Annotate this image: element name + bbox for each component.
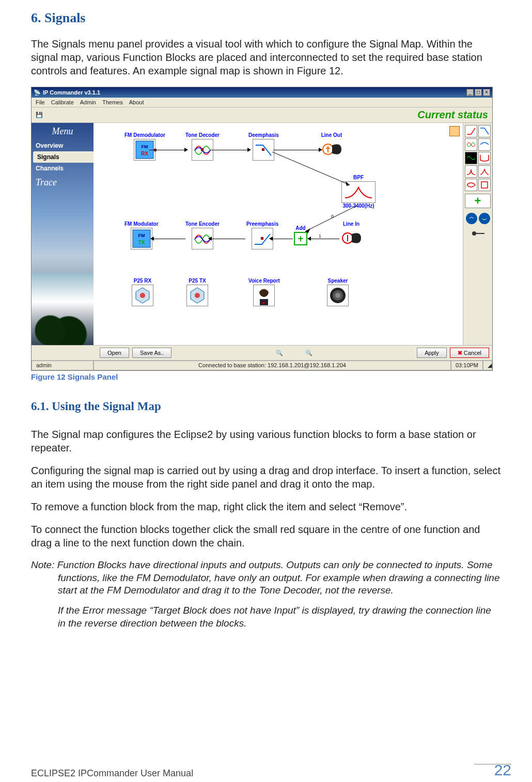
- block-voice-report[interactable]: Voice Report: [248, 278, 280, 306]
- status-user: admin: [32, 361, 93, 370]
- sidebar-trace[interactable]: Trace: [32, 174, 93, 191]
- sidebar-item-overview[interactable]: Overview: [32, 140, 93, 151]
- menu-admin[interactable]: Admin: [80, 99, 96, 105]
- label-add: Add: [294, 225, 307, 231]
- block-tone-encoder[interactable]: Tone Encoder: [185, 221, 220, 249]
- svg-rect-20: [481, 182, 488, 188]
- svg-text:RX: RX: [141, 151, 148, 157]
- block-fm-modulator[interactable]: FM Modulator FMTX: [124, 221, 159, 249]
- sidebar-item-signals[interactable]: Signals: [33, 151, 93, 163]
- window-title: IP Commander v3.1.1: [43, 89, 100, 96]
- palette-item-mic[interactable]: [465, 228, 491, 239]
- save-as-button[interactable]: Save As..: [132, 348, 171, 358]
- toolbar-icon[interactable]: 💾: [36, 112, 43, 118]
- note-paragraph: If the Error message “Target Block does …: [31, 604, 501, 630]
- palette-item[interactable]: [478, 179, 491, 191]
- arrowhead-icon: [208, 237, 212, 241]
- block-tone-decoder[interactable]: Tone Decoder: [185, 132, 220, 161]
- connection-arrow: [153, 239, 185, 239]
- palette-item[interactable]: [478, 152, 491, 164]
- sidebar-heading: Menu: [32, 123, 93, 140]
- menu-themes[interactable]: Themes: [102, 99, 123, 105]
- maximize-button[interactable]: □: [475, 89, 482, 96]
- block-line-in[interactable]: Line In: [340, 221, 362, 249]
- block-fm-demodulator[interactable]: FM Demodulator FMRX: [124, 132, 165, 161]
- signal-canvas[interactable]: FM Demodulator FMRX Tone Decoder Deempha…: [93, 123, 463, 345]
- canvas-settings-icon[interactable]: [449, 126, 460, 136]
- status-time: 03:10PM: [451, 361, 483, 370]
- svg-point-19: [335, 293, 340, 298]
- note-paragraph: Note: Function Blocks have directional i…: [31, 559, 501, 597]
- page-number: 22: [494, 761, 511, 779]
- block-p25-rx[interactable]: P25 RX: [132, 278, 153, 306]
- block-p25-tx[interactable]: P25 TX: [186, 278, 208, 306]
- paragraph: Configuring the signal map is carried ou…: [31, 464, 501, 491]
- sidebar: Menu Overview Signals Channels Trace: [32, 123, 93, 345]
- label-tone-dec: Tone Decoder: [185, 132, 220, 138]
- svg-rect-21: [472, 231, 476, 236]
- label-preemph: Preemphasis: [246, 221, 278, 227]
- label-tone-enc: Tone Encoder: [185, 221, 220, 227]
- palette-item[interactable]: [479, 213, 490, 224]
- connection-arrow: [272, 152, 360, 188]
- palette-item[interactable]: [478, 125, 491, 137]
- zoom-out-icon[interactable]: 🔍: [276, 350, 283, 356]
- label-fm-demod: FM Demodulator: [124, 132, 165, 138]
- svg-marker-5: [346, 181, 350, 186]
- label-p25rx: P25 RX: [132, 278, 153, 284]
- palette-item[interactable]: [465, 125, 477, 137]
- palette-item[interactable]: [465, 138, 477, 151]
- label-speaker: Speaker: [327, 278, 349, 284]
- arrowhead-icon: [247, 148, 251, 152]
- sidebar-item-channels[interactable]: Channels: [32, 163, 93, 174]
- palette: +: [463, 123, 492, 345]
- close-button[interactable]: ×: [483, 89, 490, 96]
- palette-item[interactable]: [465, 179, 477, 191]
- minimize-button[interactable]: _: [466, 89, 474, 96]
- connection-arrow: [273, 150, 320, 150]
- toolbar-bottom: Open Save As.. 🔍 🔍 Apply ✖Cancel: [32, 345, 492, 360]
- block-add[interactable]: Add +: [294, 225, 307, 245]
- palette-item[interactable]: [465, 152, 477, 164]
- arrowhead-icon: [319, 148, 322, 152]
- svg-text:TX: TX: [138, 240, 145, 245]
- block-preemphasis[interactable]: Preemphasis: [246, 221, 278, 249]
- arrowhead-icon: [150, 237, 154, 241]
- cancel-label: Cancel: [464, 349, 481, 356]
- footer-title: ECLIPSE2 IPCommander User Manual: [31, 768, 193, 779]
- section-title: Signals: [44, 10, 86, 25]
- connection-arrow: [310, 239, 339, 239]
- menu-about[interactable]: About: [129, 99, 144, 105]
- status-banner: Current status: [417, 109, 488, 121]
- palette-item[interactable]: [465, 165, 477, 178]
- cancel-x-icon: ✖: [458, 349, 462, 356]
- menu-calibrate[interactable]: Calibrate: [51, 99, 74, 105]
- section-heading: 6. Signals: [31, 10, 501, 26]
- palette-add-button[interactable]: +: [465, 194, 491, 208]
- palette-item[interactable]: [478, 138, 491, 151]
- menu-file[interactable]: File: [36, 99, 45, 105]
- zoom-in-icon[interactable]: 🔍: [305, 350, 312, 356]
- block-speaker[interactable]: Speaker: [327, 278, 349, 306]
- label-line-out: Line Out: [321, 132, 342, 138]
- sidebar-artwork: [32, 273, 93, 345]
- connection-arrow: [211, 239, 245, 239]
- intro-paragraph: The Signals menu panel provides a visual…: [31, 37, 501, 77]
- apply-button[interactable]: Apply: [417, 348, 447, 358]
- palette-item[interactable]: [478, 165, 491, 178]
- subsection-number: 6.1.: [31, 400, 49, 413]
- titlebar: 📡 IP Commander v3.1.1 _ □ ×: [32, 87, 492, 98]
- label-fm-mod: FM Modulator: [124, 221, 159, 227]
- palette-item[interactable]: [466, 213, 477, 224]
- cancel-button[interactable]: ✖Cancel: [450, 348, 489, 358]
- svg-text:FM: FM: [142, 144, 148, 149]
- app-icon: 📡: [34, 89, 41, 96]
- subsection-title: Using the Signal Map: [52, 400, 161, 413]
- connection-arrow: [149, 150, 185, 150]
- label-deemph: Deemphasis: [248, 132, 279, 138]
- svg-text:FM: FM: [138, 233, 145, 238]
- port-label: 1: [319, 233, 321, 239]
- label-voice: Voice Report: [248, 278, 280, 284]
- statusbar: admin Connected to base station: 192.168…: [32, 360, 492, 370]
- open-button[interactable]: Open: [100, 348, 129, 358]
